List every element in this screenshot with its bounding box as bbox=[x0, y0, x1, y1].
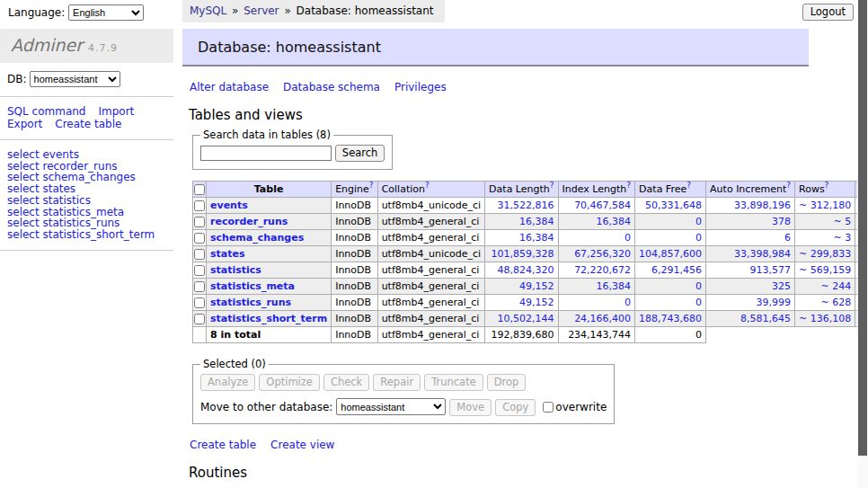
repair-button[interactable]: Repair bbox=[373, 374, 421, 391]
table-link-statistics_runs[interactable]: statistics_runs bbox=[210, 297, 291, 308]
copy-button[interactable]: Copy bbox=[495, 399, 536, 416]
optimize-button[interactable]: Optimize bbox=[259, 374, 320, 391]
row-checkbox[interactable] bbox=[194, 233, 205, 244]
move-button[interactable]: Move bbox=[449, 399, 492, 416]
table-link-states[interactable]: states bbox=[210, 248, 245, 260]
index_length-link[interactable]: 24,166,400 bbox=[574, 313, 631, 324]
rows-link[interactable]: ~ 136,108 bbox=[799, 313, 851, 324]
index_length-link[interactable]: 70,467,584 bbox=[574, 200, 631, 211]
table-link-statistics_short_term[interactable]: statistics_short_term bbox=[210, 313, 327, 324]
data_free-link[interactable]: 50,331,648 bbox=[645, 200, 702, 211]
sidebar-select-statistics[interactable]: select statistics bbox=[7, 195, 173, 207]
sidebar-select-statistics_short_term[interactable]: select statistics_short_term bbox=[7, 229, 173, 241]
overwrite-checkbox[interactable] bbox=[543, 402, 554, 413]
sidebar-select-states[interactable]: select states bbox=[7, 183, 173, 195]
table-link-statistics_meta[interactable]: statistics_meta bbox=[210, 280, 295, 292]
row-checkbox[interactable] bbox=[194, 200, 205, 211]
breadcrumb-server-link[interactable]: Server bbox=[244, 4, 279, 17]
sidebar-action-export[interactable]: Export bbox=[7, 118, 42, 130]
help-link[interactable]: ? bbox=[425, 181, 430, 190]
table-link-events[interactable]: events bbox=[210, 200, 248, 211]
drop-button[interactable]: Drop bbox=[487, 374, 527, 391]
data_free-link[interactable]: 0 bbox=[695, 232, 702, 244]
index_length-link[interactable]: 0 bbox=[624, 232, 631, 244]
index_length-link[interactable]: 0 bbox=[624, 297, 631, 308]
data_free-link[interactable]: 0 bbox=[695, 280, 702, 292]
auto_increment-link[interactable]: 325 bbox=[772, 280, 791, 292]
index_length-link[interactable]: 67,256,320 bbox=[574, 248, 631, 260]
data_length-link[interactable]: 101,859,328 bbox=[492, 248, 554, 260]
help-link[interactable]: ? bbox=[626, 181, 631, 190]
data_free-link[interactable]: 6,291,456 bbox=[651, 264, 702, 276]
row-checkbox[interactable] bbox=[194, 249, 205, 260]
breadcrumb-host-link[interactable]: MySQL bbox=[190, 4, 226, 17]
scrollbar-thumb[interactable] bbox=[858, 0, 867, 456]
db-action-links-alter-database[interactable]: Alter database bbox=[190, 81, 269, 93]
column-header-data_free: Data Free? bbox=[635, 182, 706, 198]
auto_increment-link[interactable]: 8,581,645 bbox=[740, 313, 791, 324]
data_length-link[interactable]: 48,824,320 bbox=[498, 264, 554, 276]
row-checkbox[interactable] bbox=[194, 217, 205, 227]
data_free-link[interactable]: 0 bbox=[695, 216, 702, 227]
sidebar-action-import[interactable]: Import bbox=[98, 105, 134, 118]
row-checkbox[interactable] bbox=[194, 297, 205, 308]
search-button[interactable]: Search bbox=[335, 145, 385, 162]
data_free-link[interactable]: 0 bbox=[695, 297, 702, 308]
rows-link[interactable]: ~ 299,833 bbox=[799, 248, 851, 260]
table-link-statistics[interactable]: statistics bbox=[210, 264, 261, 276]
search-input[interactable] bbox=[200, 146, 332, 161]
help-link[interactable]: ? bbox=[786, 181, 791, 190]
data_free-link[interactable]: 188,743,680 bbox=[639, 313, 702, 324]
data_length-cell: 16,384 bbox=[485, 230, 558, 246]
check-button[interactable]: Check bbox=[323, 374, 369, 391]
rows-link[interactable]: ~ 5 bbox=[833, 216, 851, 227]
db-action-links-database-schema[interactable]: Database schema bbox=[283, 81, 380, 93]
sidebar-select-events[interactable]: select events bbox=[7, 149, 173, 161]
data_length-link[interactable]: 16,384 bbox=[519, 216, 554, 227]
rows-link[interactable]: ~ 569,159 bbox=[799, 264, 851, 276]
logout-button[interactable]: Logout bbox=[802, 4, 854, 21]
sidebar-action-create-table[interactable]: Create table bbox=[55, 118, 121, 130]
rows-link[interactable]: ~ 3 bbox=[833, 232, 851, 244]
row-checkbox[interactable] bbox=[194, 281, 205, 292]
data_free-cell: 50,331,648 bbox=[635, 198, 706, 214]
analyze-button[interactable]: Analyze bbox=[200, 374, 255, 391]
data_length-link[interactable]: 49,152 bbox=[519, 280, 554, 292]
data_length-link[interactable]: 10,502,144 bbox=[498, 313, 554, 324]
data_free-link[interactable]: 104,857,600 bbox=[639, 248, 702, 260]
table-row: statistics_runsInnoDButf8mb4_general_ci4… bbox=[193, 295, 868, 311]
auto_increment-link[interactable]: 6 bbox=[784, 232, 791, 244]
scrollbar[interactable] bbox=[857, 0, 868, 488]
auto_increment-link[interactable]: 913,577 bbox=[750, 264, 792, 276]
row-checkbox[interactable] bbox=[194, 314, 205, 324]
table-link-recorder_runs[interactable]: recorder_runs bbox=[210, 216, 288, 227]
db-action-links-privileges[interactable]: Privileges bbox=[394, 81, 447, 93]
data_length-link[interactable]: 49,152 bbox=[519, 297, 554, 308]
auto_increment-link[interactable]: 378 bbox=[772, 216, 791, 227]
auto_increment-link[interactable]: 39,999 bbox=[757, 297, 792, 308]
column-header-index_length: Index Length? bbox=[558, 182, 635, 198]
create-links-create-view[interactable]: Create view bbox=[270, 439, 334, 451]
auto_increment-link[interactable]: 33,898,196 bbox=[734, 200, 791, 211]
index_length-link[interactable]: 72,220,672 bbox=[574, 264, 631, 276]
data_length-link[interactable]: 31,522,816 bbox=[498, 200, 554, 211]
help-link[interactable]: ? bbox=[550, 181, 554, 190]
help-link[interactable]: ? bbox=[369, 181, 374, 190]
db-select[interactable]: homeassistant bbox=[30, 71, 120, 87]
data_length-link[interactable]: 16,384 bbox=[519, 232, 554, 244]
truncate-button[interactable]: Truncate bbox=[424, 374, 483, 391]
sidebar-action-sql-command[interactable]: SQL command bbox=[7, 105, 85, 118]
index_length-link[interactable]: 16,384 bbox=[597, 280, 632, 292]
move-db-select[interactable]: homeassistant bbox=[336, 398, 446, 415]
help-link[interactable]: ? bbox=[825, 181, 829, 190]
rows-link[interactable]: ~ 312,180 bbox=[799, 200, 851, 211]
rows-link[interactable]: ~ 628 bbox=[820, 297, 851, 308]
auto_increment-link[interactable]: 33,398,984 bbox=[734, 248, 791, 260]
select-all-checkbox[interactable] bbox=[194, 184, 205, 195]
index_length-link[interactable]: 16,384 bbox=[597, 216, 632, 227]
table-link-schema_changes[interactable]: schema_changes bbox=[210, 232, 304, 244]
help-link[interactable]: ? bbox=[686, 181, 691, 190]
row-checkbox[interactable] bbox=[194, 265, 205, 276]
rows-link[interactable]: ~ 244 bbox=[820, 280, 851, 292]
create-links-create-table[interactable]: Create table bbox=[190, 439, 256, 451]
